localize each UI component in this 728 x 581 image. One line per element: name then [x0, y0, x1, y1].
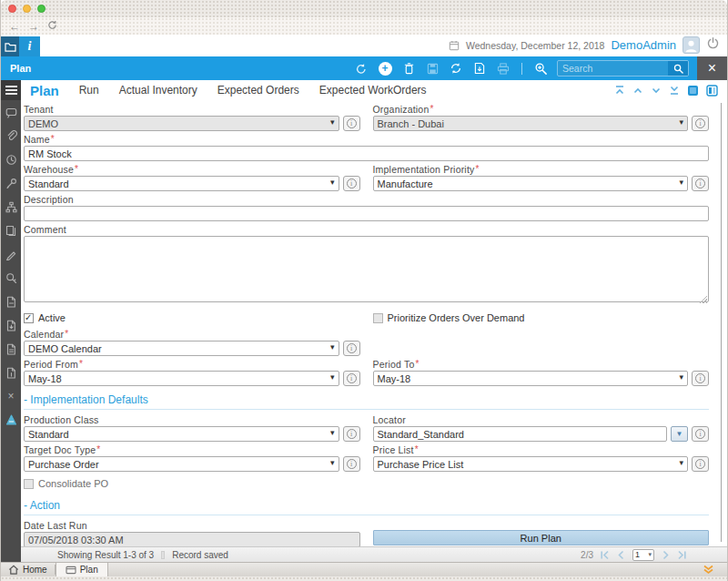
section-action[interactable]: - Action	[24, 492, 709, 515]
warehouse-info-button[interactable]	[343, 176, 360, 191]
tenant-info-button[interactable]	[343, 116, 360, 131]
menu-icon[interactable]	[1, 80, 21, 100]
split-pane-icon[interactable]	[706, 85, 718, 97]
window-title: Plan	[1, 63, 31, 74]
import-file-icon[interactable]	[1, 313, 21, 337]
avatar[interactable]	[682, 36, 700, 54]
previous-record-icon[interactable]	[632, 85, 643, 96]
calendar-select[interactable]: DEMO Calendar	[24, 341, 339, 356]
logout-icon[interactable]	[706, 36, 720, 54]
field-active: Active	[24, 312, 360, 323]
comment-textarea[interactable]	[24, 236, 709, 302]
section-implementation-defaults[interactable]: - Implementation Defaults	[24, 386, 709, 410]
locator-input[interactable]	[373, 426, 668, 442]
price-list-select[interactable]: Purchase Price List	[373, 456, 689, 472]
workflow-icon[interactable]	[1, 195, 21, 219]
search-icon[interactable]	[668, 60, 688, 76]
close-icon[interactable]: ×	[1, 384, 21, 408]
taskbar-tab-plan[interactable]: Plan	[56, 563, 108, 576]
first-page-icon[interactable]	[600, 550, 610, 560]
taskbar-home[interactable]: Home	[1, 563, 55, 576]
search-input[interactable]	[558, 63, 668, 74]
prioritize-checkbox[interactable]	[373, 313, 383, 323]
organization-info-button[interactable]	[692, 116, 709, 131]
implementation-priority-select[interactable]: Manufacture	[373, 176, 689, 191]
refresh-icon[interactable]	[449, 61, 463, 76]
field-organization: Organization Branch - Dubai	[373, 101, 710, 131]
close-window-button[interactable]	[8, 5, 16, 13]
consolidate-po-checkbox[interactable]	[24, 479, 34, 489]
field-price-list: Price List Purchase Price List	[373, 442, 710, 472]
tab-plan[interactable]: Plan	[30, 83, 59, 98]
archive-file-icon[interactable]	[1, 361, 21, 384]
history-icon[interactable]	[1, 148, 21, 171]
production-class-select[interactable]: Standard	[24, 426, 339, 442]
last-page-icon[interactable]	[677, 550, 687, 560]
folder-tab[interactable]	[1, 36, 19, 56]
reload-icon[interactable]	[47, 20, 57, 32]
forward-icon[interactable]: →	[28, 21, 39, 32]
production-class-info-button[interactable]	[343, 426, 360, 442]
next-page-icon[interactable]	[661, 550, 671, 560]
tab-actual-inventory[interactable]: Actual Inventory	[119, 84, 197, 97]
csv-file-icon[interactable]	[1, 337, 21, 361]
folder-icon	[5, 42, 16, 52]
implementation-priority-info-button[interactable]	[692, 176, 709, 191]
single-pane-icon[interactable]	[687, 85, 699, 97]
close-window-tab-button[interactable]	[697, 56, 727, 80]
description-input[interactable]	[24, 206, 709, 221]
previous-page-icon[interactable]	[616, 550, 626, 560]
current-date: Wednesday, December 12, 2018	[466, 40, 605, 51]
scrollbar[interactable]	[721, 103, 722, 542]
window-toolbar: Plan +	[1, 56, 727, 80]
tab-expected-orders[interactable]: Expected Orders	[217, 84, 299, 97]
browser-window: ← → i Wednesday, December 12, 2018 DemoA…	[0, 0, 728, 581]
period-to-select[interactable]: May-18	[373, 371, 689, 386]
locator-dropdown-button[interactable]	[671, 426, 688, 442]
name-input[interactable]	[24, 146, 709, 161]
customize-icon[interactable]	[1, 171, 21, 195]
locator-info-button[interactable]	[692, 426, 709, 442]
chat-icon[interactable]	[1, 100, 21, 124]
calendar-info-button[interactable]	[343, 341, 360, 356]
zoom-window-button[interactable]	[37, 5, 46, 13]
next-record-icon[interactable]	[651, 85, 662, 96]
attachment-icon[interactable]	[1, 124, 21, 148]
period-from-info-button[interactable]	[343, 371, 360, 386]
minimize-window-button[interactable]	[23, 5, 31, 13]
tab-expected-workorders[interactable]: Expected WorkOrders	[319, 84, 427, 97]
implementation-priority-label: Implementation Priority	[373, 164, 710, 175]
browser-navbar: ← →	[1, 17, 727, 35]
field-comment: Comment	[24, 224, 709, 306]
page-select[interactable]: 1	[632, 549, 654, 561]
export-file-icon[interactable]	[1, 290, 21, 313]
back-icon[interactable]: ←	[9, 21, 20, 32]
zoom-icon[interactable]	[533, 61, 548, 76]
target-doc-type-select[interactable]: Purchase Order	[24, 456, 339, 472]
help-icon[interactable]	[1, 408, 21, 432]
warehouse-select[interactable]: Standard	[24, 176, 339, 191]
active-checkbox[interactable]	[24, 313, 34, 323]
consolidate-po-label: Consolidate PO	[38, 478, 108, 489]
period-to-info-button[interactable]	[692, 371, 709, 386]
price-list-info-button[interactable]	[692, 456, 709, 472]
undo-icon[interactable]	[354, 61, 369, 76]
target-doc-type-info-button[interactable]	[343, 456, 360, 472]
run-plan-button[interactable]: Run Plan	[373, 530, 710, 545]
first-record-icon[interactable]	[614, 85, 625, 96]
user-menu[interactable]: DemoAdmin	[611, 38, 676, 52]
delete-icon[interactable]	[401, 61, 416, 76]
report-icon[interactable]	[472, 61, 487, 76]
collapse-taskbar-icon[interactable]	[703, 563, 727, 576]
last-record-icon[interactable]	[669, 85, 680, 96]
sign-icon[interactable]	[1, 242, 21, 266]
record-access-icon[interactable]	[1, 266, 21, 290]
add-record-icon[interactable]: +	[378, 61, 392, 76]
copy-icon[interactable]	[1, 219, 21, 242]
field-description: Description	[24, 194, 709, 221]
tab-run[interactable]: Run	[79, 84, 99, 97]
info-tab[interactable]: i	[19, 36, 40, 56]
active-label: Active	[38, 312, 66, 323]
field-warehouse: Warehouse Standard	[24, 161, 360, 191]
period-from-select[interactable]: May-18	[24, 371, 339, 386]
